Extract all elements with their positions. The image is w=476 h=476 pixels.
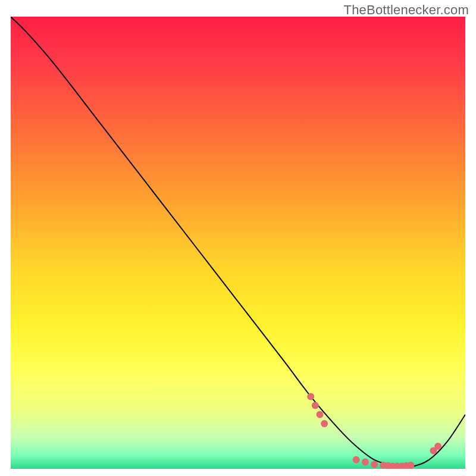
chart-background bbox=[11, 17, 465, 469]
chart-svg bbox=[11, 17, 465, 469]
marker-dot bbox=[321, 420, 328, 427]
plot-area bbox=[11, 17, 465, 469]
marker-dot bbox=[312, 402, 319, 409]
marker-dot bbox=[407, 462, 414, 469]
marker-dot bbox=[317, 411, 324, 418]
watermark-text: TheBottlenecker.com bbox=[344, 2, 469, 18]
chart-container: TheBottlenecker.com bbox=[0, 0, 476, 476]
marker-dot bbox=[371, 461, 378, 468]
marker-dot bbox=[307, 393, 314, 400]
marker-dot bbox=[353, 456, 360, 464]
marker-dot bbox=[362, 459, 369, 466]
marker-dot bbox=[434, 443, 441, 450]
